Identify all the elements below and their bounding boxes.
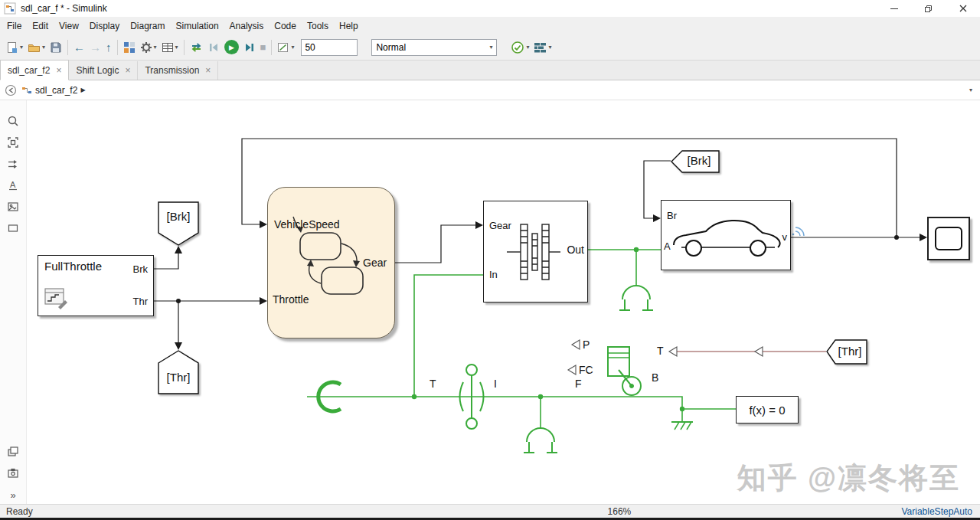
stop-time-input[interactable] xyxy=(301,39,358,56)
sidebar-fit-view-button[interactable] xyxy=(6,136,20,149)
menubar: File Edit View Display Diagram Simulatio… xyxy=(0,17,980,34)
vehicle-port-v: v xyxy=(782,231,788,243)
menu-diagram[interactable]: Diagram xyxy=(125,18,170,34)
shift-logic-chart-block[interactable]: VehicleSpeed Gear Throttle xyxy=(267,187,395,338)
tab-close-icon[interactable]: × xyxy=(56,65,61,76)
tab-label: sdl_car_f2 xyxy=(8,65,50,76)
from-brk-tag[interactable]: [Brk] xyxy=(671,150,720,173)
fullthrottle-port-brk: Brk xyxy=(133,263,149,275)
scope-block[interactable] xyxy=(927,217,970,260)
sidebar-area-button[interactable] xyxy=(6,221,20,235)
fullthrottle-port-thr: Thr xyxy=(133,296,149,307)
scope-screen-icon xyxy=(935,227,962,250)
sidebar-pan-button[interactable] xyxy=(6,157,20,171)
new-model-icon xyxy=(6,41,18,54)
up-button[interactable]: ↑ xyxy=(104,40,113,54)
minimize-button[interactable] xyxy=(877,0,911,17)
sidebar-viewmarks-button[interactable] xyxy=(6,445,20,459)
goto-thr-tag[interactable]: [Thr] xyxy=(158,350,199,394)
restore-button[interactable] xyxy=(911,0,946,17)
chevrons-icon: » xyxy=(10,489,15,501)
sidebar-zoom-button[interactable] xyxy=(6,114,20,128)
pace-dropdown-icon[interactable]: ▾ xyxy=(291,44,294,51)
breadcrumb-options-button[interactable]: ▾ xyxy=(969,87,972,93)
update-diagram-button[interactable]: ▾ xyxy=(509,39,531,56)
diagram-canvas[interactable]: FullThrottle Brk Thr [Brk] [Thr] xyxy=(27,100,980,504)
solver-label: f(x) = 0 xyxy=(749,404,785,417)
gear-icon xyxy=(140,41,152,54)
close-button[interactable] xyxy=(946,0,980,17)
open-button[interactable]: ▾ xyxy=(26,40,47,55)
sidebar-capture-button[interactable] xyxy=(6,466,20,480)
sidebar-annotation-button[interactable]: A xyxy=(6,178,20,192)
fast-restart-button[interactable] xyxy=(188,40,204,55)
goto-brk-tag[interactable]: [Brk] xyxy=(158,201,199,246)
build-button[interactable]: ▾ xyxy=(532,40,553,55)
step-forward-button[interactable] xyxy=(242,40,257,55)
step-back-button[interactable] xyxy=(206,40,221,55)
close-icon xyxy=(959,5,967,12)
pace-icon xyxy=(277,41,289,54)
transmission-port-gear: Gear xyxy=(489,220,511,231)
open-dropdown-icon[interactable]: ▾ xyxy=(42,44,45,51)
library-browser-button[interactable] xyxy=(122,40,137,55)
chart-port-vehiclespeed: VehicleSpeed xyxy=(274,218,340,231)
fast-restart-icon xyxy=(190,41,203,54)
menu-help[interactable]: Help xyxy=(334,18,364,34)
solver-block[interactable]: f(x) = 0 xyxy=(736,396,799,424)
sidebar-image-button[interactable] xyxy=(6,200,20,214)
solver-name[interactable]: VariableStepAuto xyxy=(901,506,972,517)
tab-sdl-car-f2[interactable]: sdl_car_f2 × xyxy=(0,60,69,80)
vehicle-body-block[interactable]: Br A v xyxy=(661,200,791,270)
menu-code[interactable]: Code xyxy=(269,18,302,34)
simulation-mode-select[interactable]: Normal ▾ xyxy=(371,39,497,56)
new-model-button[interactable]: ▾ xyxy=(5,40,24,55)
forward-icon: → xyxy=(90,41,101,53)
tab-close-icon[interactable]: × xyxy=(205,65,211,76)
tab-transmission[interactable]: Transmission × xyxy=(138,61,218,80)
breadcrumb-model[interactable]: sdl_car_f2 xyxy=(35,85,77,96)
zoom-icon xyxy=(7,115,19,127)
menu-file[interactable]: File xyxy=(2,18,27,34)
from-thr-label: [Thr] xyxy=(832,345,867,358)
step-forward-icon xyxy=(243,41,256,54)
titlebar: sdl_car_f * - Simulink xyxy=(0,0,980,17)
stop-button[interactable]: ■ xyxy=(259,40,268,54)
menu-edit[interactable]: Edit xyxy=(27,18,54,34)
back-button[interactable]: ← xyxy=(72,40,87,54)
annotation-icon: A xyxy=(7,179,19,191)
shaft-label-t: T xyxy=(430,378,436,390)
save-button[interactable] xyxy=(48,40,64,55)
camera-icon xyxy=(7,467,19,479)
from-thr-tag[interactable]: [Thr] xyxy=(826,339,867,365)
transmission-port-in: In xyxy=(489,269,498,280)
forward-button[interactable]: → xyxy=(88,40,103,54)
transmission-block[interactable]: Gear In Out xyxy=(483,201,588,303)
build-dropdown-icon[interactable]: ▾ xyxy=(548,44,551,51)
model-settings-dropdown-icon[interactable]: ▾ xyxy=(154,44,157,51)
menu-analysis[interactable]: Analysis xyxy=(224,18,270,34)
update-dropdown-icon[interactable]: ▾ xyxy=(526,44,529,51)
mode-dropdown-icon: ▾ xyxy=(489,44,492,51)
breadcrumb: sdl_car_f2 ▶ ▾ xyxy=(0,80,980,100)
model-settings-button[interactable]: ▾ xyxy=(139,40,158,55)
menu-tools[interactable]: Tools xyxy=(302,18,334,34)
menu-view[interactable]: View xyxy=(54,18,84,34)
menu-simulation[interactable]: Simulation xyxy=(171,18,224,34)
model-data-editor-button[interactable]: ▾ xyxy=(160,40,180,55)
sidebar-expand-button[interactable]: » xyxy=(6,488,20,502)
engine-port-fc-label: FC xyxy=(579,364,593,376)
tab-close-icon[interactable]: × xyxy=(125,65,130,76)
menu-display[interactable]: Display xyxy=(84,18,125,34)
new-model-dropdown-icon[interactable]: ▾ xyxy=(20,44,23,51)
run-icon: ▶ xyxy=(224,40,239,54)
hide-explorer-button[interactable] xyxy=(5,84,17,96)
fullthrottle-block[interactable]: FullThrottle Brk Thr xyxy=(38,255,154,316)
goto-thr-label: [Thr] xyxy=(158,371,199,384)
up-icon: ↑ xyxy=(106,41,112,53)
run-button[interactable]: ▶ xyxy=(223,38,240,56)
simulation-pace-button[interactable]: ▾ xyxy=(276,40,296,55)
back-icon: ← xyxy=(74,41,85,53)
tab-shift-logic[interactable]: Shift Logic × xyxy=(69,61,138,80)
data-editor-dropdown-icon[interactable]: ▾ xyxy=(175,44,178,51)
